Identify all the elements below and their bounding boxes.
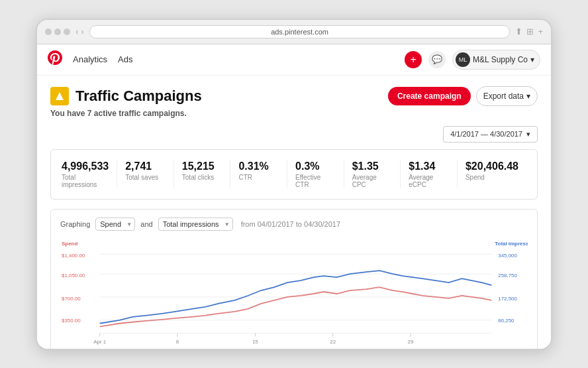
nav-actions: + 💬 ML M&L Supply Co ▾ (405, 50, 540, 70)
metric2-select-wrapper: Total impressions (158, 217, 233, 231)
nav-arrows: ‹ › (75, 27, 84, 36)
analytics-nav[interactable]: Analytics (73, 54, 107, 64)
stats-card: 4,996,533 Total impressions 2,741 Total … (50, 149, 538, 200)
chart-container: Graphing Spend and Total impressions fro… (50, 209, 538, 349)
page-title-area: Traffic Campaigns (50, 87, 202, 105)
stat-label: Total impressions (62, 174, 109, 188)
traffic-icon (50, 87, 69, 105)
metric1-select[interactable]: Spend (95, 217, 135, 231)
svg-text:345,000: 345,000 (498, 253, 517, 259)
svg-text:15: 15 (252, 338, 258, 344)
stat-label: CTR (238, 174, 279, 181)
url-bar[interactable]: ads.pinterest.com (89, 25, 511, 38)
page-title: Traffic Campaigns (75, 88, 202, 105)
export-chevron-icon: ▾ (526, 92, 530, 101)
graphing-label: Graphing (60, 220, 90, 228)
svg-text:$1,050.00: $1,050.00 (62, 273, 85, 278)
svg-text:$350.00: $350.00 (62, 317, 81, 323)
stat-item: $20,406.48 Spend (458, 160, 526, 188)
stat-item: 0.31% CTR (230, 160, 287, 188)
date-range-button[interactable]: 4/1/2017 — 4/30/2017 ▾ (443, 126, 538, 143)
date-range-label: 4/1/2017 — 4/30/2017 (450, 130, 522, 138)
message-button[interactable]: 💬 (428, 51, 446, 68)
calendar-chevron-icon: ▾ (526, 130, 530, 139)
chart-svg-wrapper: Spend $1,400.00 $1,050.00 $700.00 $350.0… (60, 237, 528, 349)
and-label: and (140, 220, 152, 228)
page-subtitle: You have 7 active traffic campaigns. (50, 109, 538, 118)
svg-text:86,250: 86,250 (498, 317, 514, 323)
export-label: Export data (483, 92, 524, 101)
date-range-row: 4/1/2017 — 4/30/2017 ▾ (50, 126, 538, 143)
top-nav: Analytics Ads + 💬 ML M&L Supply Co ▾ (37, 44, 551, 76)
svg-text:Apr 1: Apr 1 (93, 338, 107, 344)
stat-label: Total clicks (182, 174, 222, 181)
stat-value: 4,996,533 (62, 160, 109, 172)
share-icon[interactable]: ⬆ (515, 27, 522, 36)
chevron-down-icon: ▾ (530, 55, 534, 64)
stat-label: Spend (466, 174, 518, 181)
stat-label: Average eCPC (409, 174, 449, 188)
stat-label: Total saves (125, 174, 166, 181)
browser-actions: ⬆ ⊞ + (515, 27, 543, 36)
svg-text:Total impressions: Total impressions (495, 241, 528, 247)
stat-value: $1.35 (352, 160, 393, 172)
main-content: Traffic Campaigns Create campaign Export… (37, 76, 551, 349)
stat-item: 0.3% Effective CTR (287, 160, 344, 188)
add-button[interactable]: + (405, 51, 422, 68)
svg-text:$1,400.00: $1,400.00 (62, 253, 85, 259)
stat-value: 0.3% (295, 160, 336, 172)
header-buttons: Create campaign Export data ▾ (388, 86, 538, 106)
tabs-icon[interactable]: ⊞ (526, 27, 534, 36)
stat-label: Average CPC (352, 174, 393, 188)
browser-maximize (64, 29, 70, 35)
avatar: ML (456, 52, 470, 67)
forward-arrow[interactable]: › (81, 27, 83, 36)
browser-buttons (45, 29, 70, 35)
svg-text:22: 22 (330, 338, 336, 344)
chart-svg: Spend $1,400.00 $1,050.00 $700.00 $350.0… (60, 237, 528, 349)
stat-item: 2,741 Total saves (117, 160, 174, 188)
svg-text:258,750: 258,750 (498, 273, 517, 278)
back-arrow[interactable]: ‹ (75, 27, 78, 36)
stat-value: 15,215 (182, 160, 222, 172)
stat-value: 0.31% (238, 160, 279, 172)
svg-text:$700.00: $700.00 (62, 295, 81, 301)
metric2-select[interactable]: Total impressions (158, 217, 233, 231)
stat-item: 4,996,533 Total impressions (62, 160, 117, 188)
account-button[interactable]: ML M&L Supply Co ▾ (452, 50, 540, 70)
stat-item: 15,215 Total clicks (174, 160, 231, 188)
metric1-select-wrapper: Spend (95, 217, 135, 231)
chart-date-range: from 04/01/2017 to 04/30/2017 (241, 220, 340, 228)
stat-label: Effective CTR (295, 174, 336, 188)
export-data-button[interactable]: Export data ▾ (476, 86, 538, 106)
stat-value: $1.34 (409, 160, 449, 172)
browser-chrome: ‹ › ads.pinterest.com ⬆ ⊞ + (37, 20, 551, 44)
svg-text:8: 8 (176, 338, 179, 344)
stat-item: $1.34 Average eCPC (401, 160, 458, 188)
svg-text:172,500: 172,500 (498, 295, 517, 301)
account-name: M&L Supply Co (473, 55, 528, 64)
create-campaign-button[interactable]: Create campaign (388, 87, 471, 105)
stat-value: 2,741 (125, 160, 166, 172)
svg-text:Spend: Spend (62, 241, 77, 247)
chart-controls: Graphing Spend and Total impressions fro… (60, 217, 528, 231)
pinterest-logo (48, 50, 62, 68)
add-tab-icon[interactable]: + (538, 27, 543, 36)
browser-close (45, 29, 52, 35)
stat-item: $1.35 Average CPC (344, 160, 401, 188)
svg-text:29: 29 (408, 338, 414, 344)
page-header: Traffic Campaigns Create campaign Export… (50, 86, 538, 106)
device-frame: ‹ › ads.pinterest.com ⬆ ⊞ + Analytics Ad… (36, 19, 552, 350)
stats-row: 4,996,533 Total impressions 2,741 Total … (62, 160, 526, 188)
ads-nav[interactable]: Ads (118, 54, 132, 64)
stat-value: $20,406.48 (466, 160, 518, 172)
page-content: Analytics Ads + 💬 ML M&L Supply Co ▾ (37, 44, 551, 349)
browser-minimize (54, 29, 61, 35)
